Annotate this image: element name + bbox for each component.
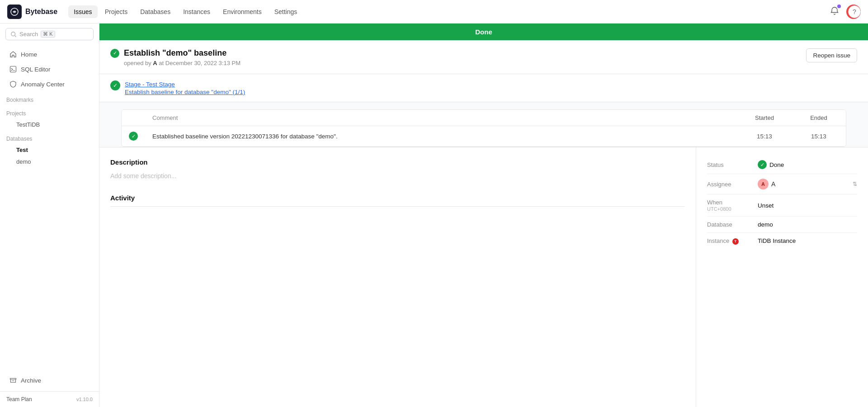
sidebar-item-sql-editor[interactable]: SQL Editor (3, 62, 96, 76)
table-col-comment: Comment (145, 110, 737, 126)
shield-icon (9, 80, 17, 88)
assignee-inner: A A (758, 179, 775, 189)
search-input[interactable]: Search ⌘ K (5, 28, 94, 40)
sidebar-item-testtidb[interactable]: TestTiDB (3, 119, 96, 130)
nav-environments[interactable]: Environments (217, 5, 267, 18)
description-placeholder[interactable]: Add some description... (110, 172, 685, 180)
logo: Bytebase (7, 5, 57, 19)
meta-when-value: Unset (758, 202, 857, 209)
when-tz: UTC+0800 (707, 206, 752, 212)
row-started: 15:13 (737, 126, 792, 147)
assignee-avatar: A (758, 179, 769, 189)
meta-database-value: demo (758, 221, 857, 228)
nav-issues[interactable]: Issues (68, 5, 97, 18)
main-content: Done ✓ Establish "demo" baseline opened … (99, 24, 868, 407)
notifications-button[interactable] (828, 5, 841, 19)
done-banner: Done (99, 24, 868, 40)
issue-meta: opened by A at December 30, 2022 3:13 PM (124, 60, 241, 66)
task-table: Comment Started Ended ✓ Established base… (121, 109, 846, 147)
version-label: v1.10.0 (76, 397, 93, 402)
nav-settings[interactable]: Settings (269, 5, 303, 18)
projects-label: Projects (0, 107, 99, 118)
nav-projects[interactable]: Projects (99, 5, 133, 18)
issue-date: at December 30, 2022 3:13 PM (159, 60, 241, 66)
table-col-ended: Ended (792, 110, 846, 126)
status-done-text: Done (769, 161, 784, 168)
meta-status-row: Status ✓ Done (707, 156, 857, 174)
brand-name: Bytebase (25, 8, 57, 16)
meta-when-row: When UTC+0800 Unset (707, 194, 857, 217)
task-table-wrapper: Comment Started Ended ✓ Established base… (99, 109, 868, 147)
meta-database-label: Database (707, 221, 752, 228)
tidb-icon: T (732, 238, 739, 245)
issue-title-section: ✓ Establish "demo" baseline opened by A … (110, 48, 241, 66)
stage-status-icon: ✓ (110, 80, 120, 90)
description-label: Description (110, 158, 685, 166)
meta-instance-row: Instance T TiDB Instance (707, 233, 857, 249)
meta-panel: Status ✓ Done Assignee A A ⇅ (696, 147, 868, 407)
top-nav: Bytebase Issues Projects Databases Insta… (0, 0, 868, 24)
meta-instance-label: Instance T (707, 237, 752, 245)
sidebar-item-demo-db[interactable]: demo (3, 156, 96, 167)
bookmarks-label: Bookmarks (0, 93, 99, 105)
assignee-selector[interactable]: A A ⇅ (758, 179, 857, 189)
issue-title-row: ✓ Establish "demo" baseline (110, 48, 241, 58)
search-icon (10, 31, 17, 38)
sidebar: Search ⌘ K Home SQL Editor A (0, 24, 99, 407)
sidebar-search-area: Search ⌘ K (0, 24, 99, 45)
meta-instance-label-text: Instance (707, 237, 729, 244)
issue-status-icon: ✓ (110, 49, 119, 58)
databases-label: Databases (0, 132, 99, 144)
search-shortcut: ⌘ K (41, 31, 55, 38)
activity-label: Activity (110, 194, 685, 202)
svg-rect-3 (10, 379, 16, 380)
status-done-icon: ✓ (758, 160, 767, 169)
table-col-started: Started (737, 110, 792, 126)
meta-assignee-label: Assignee (707, 181, 752, 188)
app-layout: Search ⌘ K Home SQL Editor A (0, 24, 868, 407)
stage-info: Stage - Test Stage Establish baseline fo… (125, 80, 245, 95)
activity-divider (110, 206, 685, 207)
sidebar-item-sql-label: SQL Editor (21, 66, 51, 73)
sidebar-item-home[interactable]: Home (3, 47, 96, 62)
meta-status-label: Status (707, 161, 752, 168)
assignee-name: A (771, 180, 775, 188)
stage-row: ✓ Stage - Test Stage Establish baseline … (110, 80, 857, 95)
nav-instances[interactable]: Instances (178, 5, 216, 18)
sidebar-item-anomaly-label: Anomaly Center (21, 81, 65, 88)
row-ended: 15:13 (792, 126, 846, 147)
meta-when-label: When UTC+0800 (707, 199, 752, 212)
meta-assignee-row: Assignee A A ⇅ (707, 174, 857, 194)
stage-task-link[interactable]: Establish baseline for database "demo" (… (125, 89, 245, 95)
sidebar-archive-label: Archive (21, 377, 41, 384)
row-comment: Established baseline version 20221230071… (145, 126, 737, 147)
sidebar-item-test-db[interactable]: Test (3, 144, 96, 156)
stage-section: ✓ Stage - Test Stage Establish baseline … (99, 74, 868, 102)
sidebar-item-home-label: Home (21, 51, 37, 58)
nav-databases[interactable]: Databases (135, 5, 176, 18)
sidebar-item-archive[interactable]: Archive (3, 373, 96, 388)
plan-label: Team Plan (6, 396, 32, 402)
stage-name-link[interactable]: Stage - Test Stage (125, 81, 175, 88)
meta-instance-value: TiDB Instance (758, 237, 857, 244)
sidebar-nav: Home SQL Editor Anomaly Center Bookmarks… (0, 45, 99, 211)
meta-database-row: Database demo (707, 217, 857, 233)
assignee-chevron-icon: ⇅ (853, 181, 857, 187)
when-label-text: When (707, 199, 752, 206)
reopen-issue-button[interactable]: Reopen issue (806, 48, 857, 62)
meta-status-value: ✓ Done (758, 160, 857, 169)
logo-icon (7, 5, 22, 19)
sidebar-bottom: Team Plan v1.10.0 (0, 391, 99, 407)
sql-editor-icon (9, 65, 17, 73)
description-panel: Description Add some description... Acti… (99, 147, 696, 407)
svg-rect-2 (10, 66, 16, 72)
table-col-icon (122, 110, 145, 126)
issue-author: A (153, 60, 157, 66)
nav-items: Issues Projects Databases Instances Envi… (68, 5, 828, 18)
archive-icon (9, 376, 17, 384)
issue-title: Establish "demo" baseline (124, 48, 226, 58)
sidebar-item-anomaly-center[interactable]: Anomaly Center (3, 77, 96, 91)
detail-section: Description Add some description... Acti… (99, 147, 868, 407)
row-status-icon: ✓ (122, 126, 145, 147)
home-icon (9, 50, 17, 58)
